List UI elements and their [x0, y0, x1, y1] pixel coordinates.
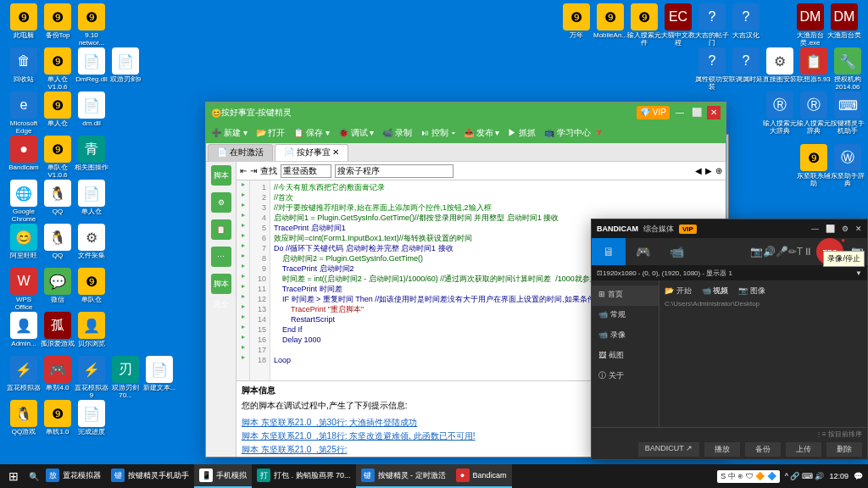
desktop-icon[interactable]: DM大渔后台类.exe	[793, 3, 827, 47]
desktop-icon[interactable]: ❾输入搜索元件	[627, 3, 661, 47]
desktop-icon[interactable]: ❾9.10 networ...	[75, 3, 108, 47]
window-button[interactable]: ✕	[855, 225, 862, 233]
taskbar-item[interactable]: 键按键精灵手机助手	[106, 464, 194, 488]
sort-link[interactable]: ⋮≡ 按目前排序	[815, 430, 862, 439]
editor-tab[interactable]: 📄 在时激活	[208, 144, 273, 161]
bandicam-side-item[interactable]: 📹 常规	[592, 306, 659, 326]
tray-icon[interactable]: 🔗	[790, 472, 799, 480]
tray-icon[interactable]: ^	[785, 472, 788, 480]
taskbar-item[interactable]: 放置花模拟器	[41, 464, 106, 488]
bandicut-button[interactable]: BANDICUT ↗	[638, 442, 699, 457]
bandicam-side-item[interactable]: 🖼 截图	[592, 347, 659, 367]
bandicam-tab[interactable]: 📂 开始	[665, 286, 692, 297]
desktop-icon[interactable]: ❾东坚联系辅助	[797, 144, 831, 188]
nav-add-icon[interactable]: ⊕	[715, 166, 722, 175]
toolbar-item[interactable]: 🐞 调试 ▾	[338, 127, 375, 139]
desktop-icon[interactable]: DM大渔后台类	[827, 3, 861, 40]
toolbar-item[interactable]: 📤 发布 ▾	[464, 127, 500, 139]
desktop-icon[interactable]: ?大吉的帖子门	[695, 3, 729, 47]
minimize-button[interactable]: —	[673, 106, 687, 119]
desktop-icon[interactable]: ❾备份Top	[41, 3, 75, 40]
desktop-icon[interactable]: 📄单人仓	[75, 180, 108, 216]
desktop-icon[interactable]: 🎮单别4.0	[41, 356, 75, 392]
mode-button[interactable]: 🖥	[592, 238, 626, 265]
tray-icon[interactable]: 🔊	[815, 472, 824, 480]
desktop-icon[interactable]: Ⓡ输入搜索元辞典	[797, 92, 831, 136]
sidebar-tool[interactable]: 脚本完全	[211, 274, 231, 294]
desktop-icon[interactable]: 💬微信	[41, 268, 75, 304]
footer-button[interactable]: 备份	[745, 442, 781, 457]
footer-button[interactable]: 播放	[704, 442, 740, 457]
ime-indicator[interactable]: S 中 ⊕ 🛡 🔶 🔷	[717, 470, 780, 483]
toolbar-item[interactable]: ➕ 新建 ▾	[211, 127, 248, 139]
find-combo[interactable]	[335, 164, 453, 178]
desktop-icon[interactable]: 👤贝尔浏览	[75, 312, 108, 348]
desktop-icon[interactable]: 🐧QQ游戏	[7, 400, 41, 436]
start-button[interactable]: ⊞	[0, 464, 27, 488]
nav-next-icon[interactable]: ▶	[705, 166, 712, 175]
bandicam-side-item[interactable]: ⊞ 首页	[592, 286, 659, 306]
desktop-icon[interactable]: 🗑回收站	[7, 47, 41, 84]
sidebar-tool[interactable]: ⚙	[211, 192, 231, 213]
sidebar-tool[interactable]: ⋯	[211, 247, 231, 267]
vip-button[interactable]: 💎 VIP	[637, 106, 670, 119]
desktop-icon[interactable]: 📄双游刃剑9	[108, 47, 142, 84]
desktop-icon[interactable]: WWPS Office	[7, 268, 41, 312]
target-icon[interactable]: ⊡	[597, 269, 603, 277]
desktop-icon[interactable]: ⚙文件采集	[75, 224, 108, 260]
desktop-icon[interactable]: 🌐Google Chrome	[7, 180, 41, 224]
search-icon[interactable]: 🔍	[27, 464, 41, 488]
indent-in-icon[interactable]: ⇥	[250, 166, 257, 175]
top-tool-icon[interactable]: 🔊	[763, 246, 776, 258]
bandicam-side-item[interactable]: ⓘ 关于	[592, 367, 659, 387]
desktop-icon[interactable]: ⌨按键精灵手机助手	[831, 92, 865, 136]
desktop-icon[interactable]: ❾此电脑	[7, 3, 41, 40]
desktop-icon[interactable]: 📄新建文本...	[142, 356, 176, 392]
indent-out-icon[interactable]: ⇤	[240, 166, 247, 175]
desktop-icon[interactable]: EC大猫中文教程	[661, 3, 695, 47]
close-button[interactable]: ✕	[707, 106, 721, 119]
editor-titlebar[interactable]: 😊 按好事宜-按键精灵 💎 VIP — ⬜ ✕	[206, 103, 726, 123]
desktop-icon[interactable]: Ⓦ东坚助手辞典	[831, 144, 865, 188]
toolbar-item[interactable]: ▶ 抓抓	[508, 127, 536, 139]
toolbar-item[interactable]: 📺 学习中心 🔻	[544, 127, 604, 139]
desktop-icon[interactable]: ⚡置花模拟器	[7, 356, 41, 392]
bandicam-tab[interactable]: 📷 图像	[738, 286, 765, 297]
desktop-icon[interactable]: 👤Admin...	[7, 312, 41, 348]
desktop-icon[interactable]: 📄DmReg.dll	[75, 47, 108, 84]
find-input[interactable]	[281, 164, 331, 178]
toolbar-item[interactable]: 📂 打开	[256, 127, 286, 139]
desktop-icon[interactable]: 📄完成进度	[75, 400, 108, 436]
desktop-icon[interactable]: 青相关图操作	[75, 136, 108, 172]
desktop-icon[interactable]: ❾单队仓	[75, 268, 108, 304]
top-tool-icon[interactable]: ✏	[788, 246, 797, 258]
clock[interactable]: 12:09	[829, 472, 849, 480]
desktop-icon[interactable]: 🔧授权机构 2014.06	[831, 47, 865, 92]
desktop-icon[interactable]: 孤孤浪爱游戏	[41, 312, 75, 348]
desktop-icon[interactable]: ❾单人仓 V1.0.6	[41, 47, 75, 92]
info-dropdown-icon[interactable]: ▼	[855, 269, 862, 277]
desktop-icon[interactable]: Ⓡ输入搜索元大辞典	[763, 92, 797, 136]
taskbar-item[interactable]: 📱手机模拟	[194, 464, 252, 488]
editor-tab[interactable]: 📄 按好事宜 ✕	[275, 144, 349, 161]
tray-icon[interactable]: ⌨	[802, 472, 813, 480]
nav-prev-icon[interactable]: ◀	[695, 166, 702, 175]
maximize-button[interactable]: ⬜	[690, 106, 704, 119]
desktop-icon[interactable]: 📄dm.dll	[75, 92, 108, 128]
desktop-icon[interactable]: ❾单线1.0	[41, 400, 75, 436]
mode-button[interactable]: 📹	[659, 238, 693, 265]
taskbar-item[interactable]: ●Bandicam	[451, 464, 512, 488]
desktop-icon[interactable]: 🐧QQ	[41, 180, 75, 216]
window-button[interactable]: —	[811, 225, 819, 233]
desktop-icon[interactable]: 刃双游刃剑70...	[108, 356, 142, 400]
desktop-icon[interactable]: ?属性锁功安装	[695, 47, 729, 92]
footer-button[interactable]: 上传	[786, 442, 821, 457]
taskbar-item[interactable]: 键按键精灵 - 定时激活	[356, 464, 451, 488]
desktop-icon[interactable]: ⚡置花模拟器9	[75, 356, 108, 400]
toolbar-item[interactable]: 📋 保存 ▾	[293, 127, 330, 139]
toolbar-item[interactable]: ⏯ 控制 ▾	[420, 127, 455, 139]
sidebar-tool[interactable]: 脚本	[211, 165, 231, 186]
desktop-icon[interactable]: 🐧QQ	[41, 224, 75, 260]
footer-button[interactable]: 删除	[826, 442, 862, 457]
desktop-icon[interactable]: ❾万年	[559, 3, 593, 40]
